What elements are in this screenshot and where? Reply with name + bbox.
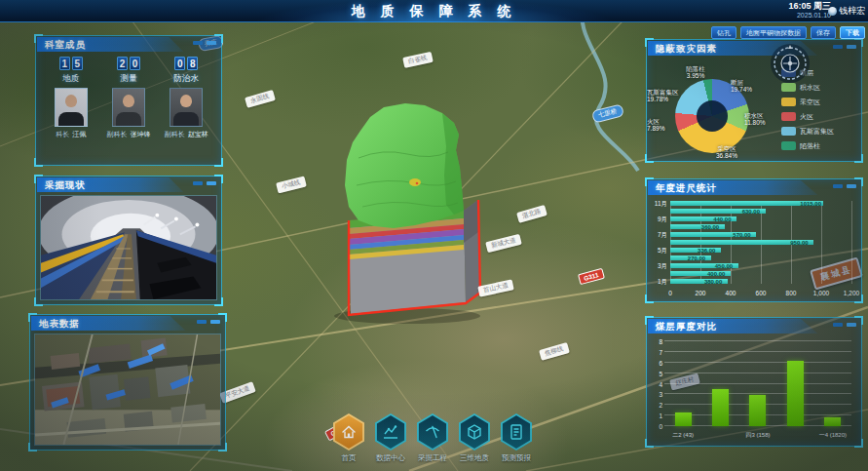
footage-row: 360.00 xyxy=(670,224,851,229)
panel-titlebar: 煤层厚度对比 xyxy=(648,319,860,334)
legend-swatch xyxy=(781,127,796,136)
clock: 16:05 周三 2025.01.10 xyxy=(788,2,831,20)
footage-value: 440.00 xyxy=(713,216,731,222)
seam-bar xyxy=(749,395,766,426)
nav-label: 三维地质 xyxy=(460,453,489,463)
footage-value: 1015.00 xyxy=(800,201,821,207)
titlebar-decoration xyxy=(207,181,216,185)
toolbar-button-geophysical-data[interactable]: 地面平硐物探数据 xyxy=(740,26,807,39)
month-label: 5月 xyxy=(649,247,667,255)
3d-geology-model[interactable] xyxy=(300,90,485,326)
nav-hexagon-inner xyxy=(376,415,405,449)
seam-category-label xyxy=(776,431,813,440)
panel-title: 年度进尺统计 xyxy=(648,180,860,195)
surface-aerial-image[interactable] xyxy=(34,334,221,446)
x-tick-label: 400 xyxy=(726,290,736,296)
panel-department-members: 科室成员 15地质科长汪佩20测量副科长张坤锋08防治水副科长赵宝林 xyxy=(35,35,222,166)
month-label: 1月 xyxy=(649,278,667,287)
count-digit: 1 xyxy=(59,57,70,70)
user-menu[interactable]: 钱梓宏 xyxy=(828,5,865,18)
map-toolbar: 钻孔 地面平硐物探数据 保存 下载 xyxy=(711,26,865,39)
member-name-line: 副科长张坤锋 xyxy=(106,130,150,139)
titlebar-decoration xyxy=(847,45,856,49)
mining-tunnel-video[interactable] xyxy=(40,195,217,300)
member-role: 副科长 xyxy=(106,131,127,137)
legend-label: 火区 xyxy=(800,112,813,122)
panel-surface-data: 地表数据 xyxy=(29,314,226,451)
panel-title: 科室成员 xyxy=(37,37,220,52)
seam-category-label xyxy=(701,431,738,440)
slice-value: 19.78% xyxy=(647,96,694,102)
member-group-label: 防治水 xyxy=(174,73,200,85)
footage-value: 450.00 xyxy=(715,263,733,269)
cube-icon xyxy=(465,422,484,442)
seam-category-label: 二2 (43) xyxy=(664,431,701,440)
titlebar-decoration xyxy=(847,184,856,188)
footage-row: 1月380.00 xyxy=(670,279,851,284)
month-label: 9月 xyxy=(649,216,667,224)
nav-item-采掘工程[interactable]: 采掘工程 xyxy=(413,413,452,463)
pickaxe-icon xyxy=(423,422,442,442)
nav-label: 首页 xyxy=(342,453,357,463)
nav-hexagon-inner xyxy=(460,415,489,449)
nav-item-数据中心[interactable]: 数据中心 xyxy=(371,413,410,463)
y-tick-label: 6 xyxy=(659,359,662,366)
slice-value: 7.89% xyxy=(647,125,694,132)
seam-y-axis: 012345678 xyxy=(655,341,662,426)
titlebar-decoration xyxy=(207,41,216,45)
member-group-label: 地质 xyxy=(62,73,79,85)
panel-title: 隐蔽致灾因素 xyxy=(648,41,860,56)
slice-value: 3.95% xyxy=(672,72,719,79)
legend-swatch xyxy=(781,141,796,150)
month-label: 3月 xyxy=(649,262,667,271)
panel-coal-seam-thickness: 煤层厚度对比 012345678 二2 (43)四3 (158)一4 (1820… xyxy=(646,317,862,447)
legend-row: 火区 xyxy=(781,109,834,124)
download-button[interactable]: 下载 xyxy=(840,26,865,39)
member-group: 15地质科长汪佩 xyxy=(42,57,99,139)
titlebar-decoration xyxy=(210,320,220,324)
footage-row: 400.00 xyxy=(670,271,851,276)
member-name-line: 副科长赵宝林 xyxy=(165,130,208,139)
toolbar-button-save[interactable]: 保存 xyxy=(811,26,836,39)
compass-icon[interactable] xyxy=(770,43,811,84)
seam-bar-chart[interactable] xyxy=(664,341,851,426)
toolbar-button-drill[interactable]: 钻孔 xyxy=(711,26,736,39)
footage-row: 950.00 xyxy=(670,240,851,245)
app-title: 地 质 保 障 系 统 xyxy=(352,3,516,20)
x-tick-label: 200 xyxy=(696,290,706,296)
user-avatar-icon xyxy=(828,7,837,16)
bottom-navigation: 首页数据中心采掘工程三维地质预测预报 xyxy=(329,413,536,463)
nav-hexagon-inner xyxy=(334,415,363,449)
legend-swatch xyxy=(781,98,796,106)
footage-value: 336.00 xyxy=(698,248,715,254)
geology-dashboard: 永固线小城线白雀线乔庄七里桥湛北路新城大道首山大道G311焦柳线平安大道G343… xyxy=(0,0,868,471)
photo-head xyxy=(180,95,192,107)
member-count: 15 xyxy=(59,57,83,70)
member-name-line: 科长汪佩 xyxy=(56,130,86,139)
footage-bar-chart[interactable]: 11月1015.00630.009月440.00360.007月570.0095… xyxy=(670,201,851,284)
nav-label: 数据中心 xyxy=(376,453,405,463)
legend-row: 瓦斯富集区 xyxy=(781,124,834,138)
legend-label: 采空区 xyxy=(800,98,820,107)
member-photo xyxy=(170,88,203,127)
nav-item-三维地质[interactable]: 三维地质 xyxy=(455,413,494,463)
seam-bar xyxy=(712,389,729,426)
nav-item-预测预报[interactable]: 预测预报 xyxy=(497,413,536,463)
x-tick-label: 0 xyxy=(668,290,672,296)
member-photo xyxy=(55,88,88,127)
grid-line xyxy=(851,201,852,284)
user-name: 钱梓宏 xyxy=(839,5,865,18)
nav-hexagon xyxy=(458,413,491,451)
photo-body xyxy=(116,112,141,127)
member-name: 汪佩 xyxy=(72,131,86,137)
panel-titlebar: 科室成员 xyxy=(37,37,220,52)
footage-value: 360.00 xyxy=(701,224,719,230)
footage-value: 630.00 xyxy=(742,209,760,215)
footage-row: 9月440.00 xyxy=(670,216,851,221)
panel-title: 采掘现状 xyxy=(37,177,220,192)
x-tick-label: 600 xyxy=(756,290,767,296)
chart-icon xyxy=(381,422,400,442)
nav-item-首页[interactable]: 首页 xyxy=(329,413,368,463)
seam-bars xyxy=(664,341,851,426)
report-icon xyxy=(507,422,526,442)
